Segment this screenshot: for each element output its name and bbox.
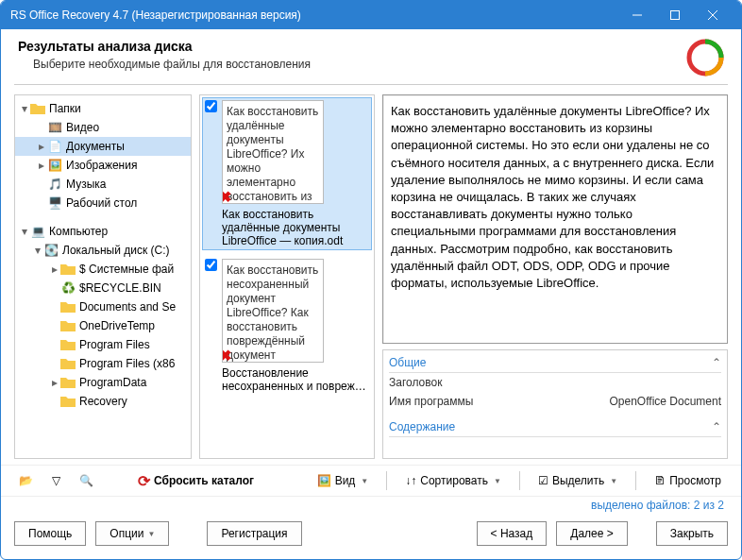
folder-icon [60, 299, 76, 314]
tree-computer[interactable]: ▾💻Компьютер [15, 222, 191, 241]
folder-icon [60, 262, 76, 277]
refresh-icon: ⟳ [138, 472, 150, 490]
header: Результаты анализа диска Выберите необхо… [1, 29, 741, 84]
file-thumbnail: Как восстановить несохраненный документ … [222, 259, 324, 363]
tree-music[interactable]: 🎵Музыка [15, 175, 191, 194]
tree-sysfiles[interactable]: ▸$ Системные фай [15, 260, 191, 279]
folder-icon [60, 337, 76, 352]
preview-pane[interactable]: Как восстановить удалённые документы Lib… [382, 94, 728, 344]
file-list[interactable]: Как восстановить удалённые документы Lib… [199, 94, 375, 459]
svg-rect-1 [671, 11, 680, 20]
status-bar: выделено файлов: 2 из 2 [1, 497, 741, 514]
tree-recycle[interactable]: ♻️$RECYCLE.BIN [15, 279, 191, 297]
back-button[interactable]: < Назад [477, 521, 548, 546]
file-name: Восстановление несохраненных и повреж… [222, 366, 367, 393]
image-icon: 🖼️ [47, 158, 62, 173]
disk-icon: 💽 [43, 243, 59, 258]
sort-button[interactable]: ↓↑Сортировать▼ [398, 469, 508, 492]
music-icon: 🎵 [47, 177, 62, 192]
page-subtitle: Выберите необходимые файлы для восстанов… [18, 58, 686, 71]
file-checkbox[interactable] [205, 259, 217, 271]
close-button[interactable] [694, 1, 732, 29]
file-checkbox[interactable] [205, 100, 217, 112]
tree-documents[interactable]: ▸📄Документы [15, 137, 191, 156]
tree-progfiles86[interactable]: Program Files (x86 [15, 354, 191, 373]
filter-button[interactable]: ▽ [44, 469, 67, 492]
right-pane: Как восстановить удалённые документы Lib… [382, 94, 728, 459]
props-group-general[interactable]: Общие⌃ [389, 352, 721, 373]
view-button[interactable]: 🖼️Вид▼ [311, 469, 376, 492]
tree-progfiles[interactable]: Program Files [15, 335, 191, 354]
window-title: RS Office Recovery 4.7 (Незарегистрирова… [10, 8, 618, 22]
folder-icon [30, 101, 45, 116]
options-button[interactable]: Опции▼ [95, 521, 169, 546]
chevron-up-icon: ⌃ [712, 420, 721, 433]
folder-icon [60, 394, 76, 409]
chevron-up-icon: ⌃ [712, 356, 721, 369]
chevron-down-icon: ▼ [147, 530, 155, 538]
tree-onedrive[interactable]: OneDriveTemp [15, 316, 191, 335]
properties-pane[interactable]: Общие⌃ Заголовок Имя программыOpenOffice… [382, 349, 728, 459]
file-name: Как восстановить удалённые документы Lib… [222, 208, 367, 247]
document-icon: 📄 [47, 139, 62, 154]
close-footer-button[interactable]: Закрыть [656, 521, 728, 546]
separator [635, 471, 636, 490]
chevron-down-icon: ▼ [494, 477, 501, 485]
prop-row-title: Заголовок [389, 373, 721, 392]
separator [386, 471, 387, 490]
view-icon: 🖼️ [317, 474, 331, 487]
check-icon: ☑ [538, 474, 548, 487]
titlebar: RS Office Recovery 4.7 (Незарегистрирова… [1, 1, 741, 29]
select-button[interactable]: ☑Выделить▼ [531, 469, 624, 492]
tree-local-disk[interactable]: ▾💽Локальный диск (C:) [15, 241, 191, 260]
help-button[interactable]: Помощь [14, 521, 86, 546]
folder-icon [60, 375, 76, 390]
page-title: Результаты анализа диска [18, 39, 686, 54]
props-group-content[interactable]: Содержание⌃ [389, 416, 721, 437]
tree-video[interactable]: 🎞️Видео [15, 118, 191, 137]
reset-catalog-button[interactable]: ⟳Сбросить каталог [131, 469, 261, 492]
eye-icon: 🖹 [654, 474, 666, 487]
preview-button[interactable]: 🖹Просмотр [648, 469, 728, 492]
toolbar: 📂 ▽ 🔍 ⟳Сбросить каталог 🖼️Вид▼ ↓↑Сортиро… [1, 465, 741, 497]
deleted-icon: ✖ [222, 188, 231, 204]
folder-tree[interactable]: ▾Папки 🎞️Видео ▸📄Документы ▸🖼️Изображени… [14, 94, 192, 459]
tree-folders[interactable]: ▾Папки [15, 99, 191, 118]
tree-progdata[interactable]: ▸ProgramData [15, 373, 191, 392]
tree-docset[interactable]: Documents and Se [15, 297, 191, 316]
register-button[interactable]: Регистрация [207, 521, 301, 546]
main-area: ▾Папки 🎞️Видео ▸📄Документы ▸🖼️Изображени… [1, 85, 741, 465]
next-button[interactable]: Далее > [556, 521, 628, 546]
magnifier-icon: 🔍 [79, 474, 93, 487]
file-item[interactable]: Как восстановить удалённые документы Lib… [202, 97, 372, 250]
separator [519, 471, 520, 490]
prop-row-program: Имя программыOpenOffice Document [389, 392, 721, 411]
recycle-icon: ♻️ [60, 280, 76, 296]
folder-icon [60, 318, 76, 333]
app-logo-icon [686, 39, 724, 76]
video-icon: 🎞️ [47, 120, 62, 135]
minimize-button[interactable] [618, 1, 656, 29]
desktop-icon: 🖥️ [47, 195, 62, 211]
tool-button-1[interactable]: 📂 [14, 469, 37, 492]
maximize-button[interactable] [656, 1, 694, 29]
deleted-icon: ✖ [222, 347, 231, 363]
file-thumbnail: Как восстановить удалённые документы Lib… [222, 100, 324, 204]
tree-images[interactable]: ▸🖼️Изображения [15, 156, 191, 175]
tree-desktop[interactable]: 🖥️Рабочий стол [15, 194, 191, 212]
search-button[interactable]: 🔍 [75, 469, 97, 492]
tree-recovery[interactable]: Recovery [15, 392, 191, 411]
footer: Помощь Опции▼ Регистрация < Назад Далее … [1, 514, 741, 555]
folder-icon [60, 356, 76, 371]
folder-open-icon: 📂 [19, 474, 33, 487]
file-item[interactable]: Как восстановить несохраненный документ … [202, 256, 372, 396]
chevron-down-icon: ▼ [610, 477, 617, 485]
chevron-down-icon: ▼ [361, 477, 368, 485]
funnel-icon: ▽ [52, 474, 60, 487]
computer-icon: 💻 [30, 224, 45, 239]
sort-icon: ↓↑ [405, 474, 416, 487]
tree-empty [15, 212, 191, 222]
